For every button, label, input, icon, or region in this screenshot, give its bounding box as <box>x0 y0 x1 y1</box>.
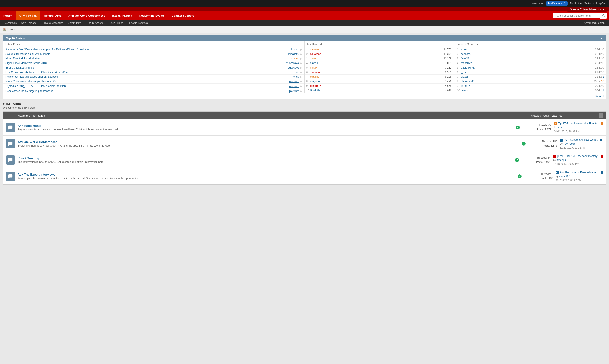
nav-search-input[interactable] <box>553 13 600 18</box>
forum-name-link[interactable]: iStack Training <box>18 156 39 160</box>
member-name[interactable]: fluxx24 <box>461 57 469 60</box>
newest-members-sort[interactable]: ▾ <box>479 43 480 46</box>
last-post-author[interactable]: izzy <box>557 126 562 129</box>
member-name[interactable]: codessa <box>461 52 471 55</box>
member-rank: 3 <box>457 57 461 60</box>
reload-link[interactable]: Reload <box>595 95 604 98</box>
subnav-forum-actions[interactable]: Forum Actions ▾ <box>85 20 108 26</box>
latest-post-title[interactable]: Sweep offer refuse email with numbers <box>5 52 281 55</box>
nav-networking[interactable]: Networking Events <box>136 12 168 20</box>
latest-post-title[interactable]: Skype Email Marketers Group 2018 <box>5 62 281 65</box>
thanked-score: 6,208 <box>441 75 451 78</box>
latest-post-arrow: ▶ <box>300 48 302 51</box>
forum-status <box>517 174 522 178</box>
nav-istack[interactable]: iStack Training <box>109 12 135 20</box>
member-count: 1 <box>602 75 604 78</box>
newest-member-row: 9 index72 20-12 0 <box>455 84 606 88</box>
advanced-search-link[interactable]: Advanced Search <box>582 20 607 26</box>
subnav-new-posts[interactable]: New Posts <box>2 20 19 26</box>
latest-post-user[interactable]: ervin <box>282 71 299 74</box>
member-name[interactable]: dhinesh444 <box>461 80 474 83</box>
thanked-user[interactable]: maynzie <box>310 80 320 83</box>
last-post-author[interactable]: amanj86 <box>556 158 567 161</box>
notifications-button[interactable]: Notifications: 1 <box>546 1 568 6</box>
last-post-title[interactable]: [LIVESTREAM] Facebook Mastery... <box>557 155 599 158</box>
nav-support[interactable]: Contact Support <box>168 12 197 20</box>
subnav-quick-links[interactable]: Quick Links ▾ <box>108 20 127 26</box>
latest-post-arrow: ▶ <box>300 53 302 55</box>
table-collapse-button[interactable]: ▲ <box>599 113 603 118</box>
nav-awc[interactable]: Affiliate World Conferences <box>65 12 109 20</box>
latest-post-user[interactable]: platinum <box>282 80 299 83</box>
latest-post-title[interactable]: Lost Conversions between FF, ClickDealer… <box>5 71 281 74</box>
subnav-new-threads[interactable]: New Threads ▾ <box>19 20 40 26</box>
forum-name-link[interactable]: Ask The Expert Interviews <box>18 173 55 176</box>
thanked-user[interactable]: stackman <box>310 71 321 74</box>
nav-bar: Forum STM Toolbox Member Area Affiliate … <box>0 12 609 20</box>
latest-post-title[interactable]: Hiring Talented E-mail Marketer <box>5 57 281 60</box>
latest-posts-col: Latest Posts If you have 10k NOW - what'… <box>3 41 305 93</box>
nav-forum[interactable]: Forum <box>0 12 16 20</box>
latest-post-user[interactable]: matuloo <box>282 57 299 60</box>
forum-table: News and Information Threads / Posts Las… <box>3 111 606 185</box>
latest-post-title[interactable]: Strang Click Loss Problem <box>5 66 281 69</box>
subnav-community[interactable]: Community ▾ <box>66 20 85 26</box>
logout-link[interactable]: Log Out <box>596 2 606 5</box>
top-thanked-header: Top Thanked ▾ <box>305 41 455 47</box>
stats-toggle[interactable]: ▲ <box>600 36 603 40</box>
thanked-score: 11,308 <box>441 57 451 60</box>
member-count: 0 <box>602 52 604 55</box>
stats-header[interactable]: Top 10 Stats ▾ ▲ <box>3 35 606 41</box>
last-post-title[interactable]: Tip STM Local Networking Events... <box>558 122 599 125</box>
nav-member-area[interactable]: Member Area <box>40 12 65 20</box>
search-banner-label[interactable]: Question? Search here first! ▾ <box>567 7 607 12</box>
last-post-author[interactable]: TONICcom <box>563 142 576 145</box>
latest-post-title[interactable]: Need Advice for my targeting approaches <box>5 90 281 92</box>
thanked-user[interactable]: vortex <box>310 66 317 69</box>
forum-table-header: News and Information Threads / Posts Las… <box>3 112 606 119</box>
member-name[interactable]: pablo-florida <box>461 66 475 69</box>
member-name[interactable]: tinauk <box>461 89 468 92</box>
latest-post-user[interactable]: mihalis09 <box>282 52 299 55</box>
forum-name-link[interactable]: Affiliate World Conferences <box>18 140 57 144</box>
member-name[interactable]: alexel <box>461 75 468 78</box>
nav-toolbox[interactable]: STM Toolbox <box>16 12 40 20</box>
thanked-user[interactable]: zeno <box>310 57 316 60</box>
forum-description: The information hub for the AMC. Get upd… <box>18 160 512 163</box>
breadcrumb-forum[interactable]: Forum <box>7 28 15 31</box>
my-profile-link[interactable]: My Profile <box>570 2 582 5</box>
latest-post-user[interactable]: edgekaos <box>282 66 299 69</box>
last-post-author[interactable]: nomad66 <box>559 175 570 178</box>
thanked-user[interactable]: bbrock32 <box>310 84 321 87</box>
subnav-private-messages[interactable]: Private Messages <box>41 20 66 26</box>
latest-post-arrow: ▶ <box>300 62 302 65</box>
member-name[interactable]: index72 <box>461 84 470 87</box>
thanked-user[interactable]: cmdeal <box>310 62 319 65</box>
latest-post-user[interactable]: phpman <box>282 48 299 51</box>
last-post-title[interactable]: Ask The Experts: Drew Whitman... <box>559 171 599 174</box>
settings-link[interactable]: Settings <box>584 2 594 5</box>
thanked-user[interactable]: iAmAttila <box>310 89 320 92</box>
thanked-user[interactable]: caurmen <box>310 48 320 51</box>
thanked-user[interactable]: Mr Green <box>310 52 321 55</box>
last-post-title[interactable]: TONIC. at the Affiliate World... <box>564 138 599 141</box>
member-name[interactable]: lorentz <box>461 48 469 51</box>
latest-posts-header: Latest Posts <box>3 41 304 47</box>
member-name[interactable]: maxsi127 <box>461 62 472 65</box>
latest-post-title[interactable]: Help to optimize this sweep offer on fac… <box>5 75 281 78</box>
latest-post-user[interactable]: platinum <box>282 90 299 92</box>
top-thanked-sort[interactable]: ▾ <box>323 43 324 46</box>
latest-post-user[interactable]: platinum <box>282 85 299 88</box>
latest-post-user[interactable]: dhinesh444 <box>282 62 299 65</box>
thanked-user[interactable]: matuloo <box>310 75 320 78</box>
subnav-enable-topstats[interactable]: Enable Topstats <box>127 20 150 26</box>
latest-post-title[interactable]: Merry Christmas and a Happy New Year 201… <box>5 80 281 83</box>
last-post-icon: ▶ <box>560 139 563 142</box>
thanked-score: 4,668 <box>441 84 451 87</box>
latest-post-title[interactable]: If you have 10k NOW - what's your plan f… <box>5 48 281 51</box>
member-name[interactable]: j_ones <box>461 71 468 74</box>
latest-post-user[interactable]: rionda <box>282 75 299 78</box>
forum-name-link[interactable]: Announcements <box>18 124 41 128</box>
latest-post-title[interactable]: 【[media buying] POPADS 】Flow problem, so… <box>5 84 281 88</box>
nav-search-button[interactable] <box>600 13 607 19</box>
